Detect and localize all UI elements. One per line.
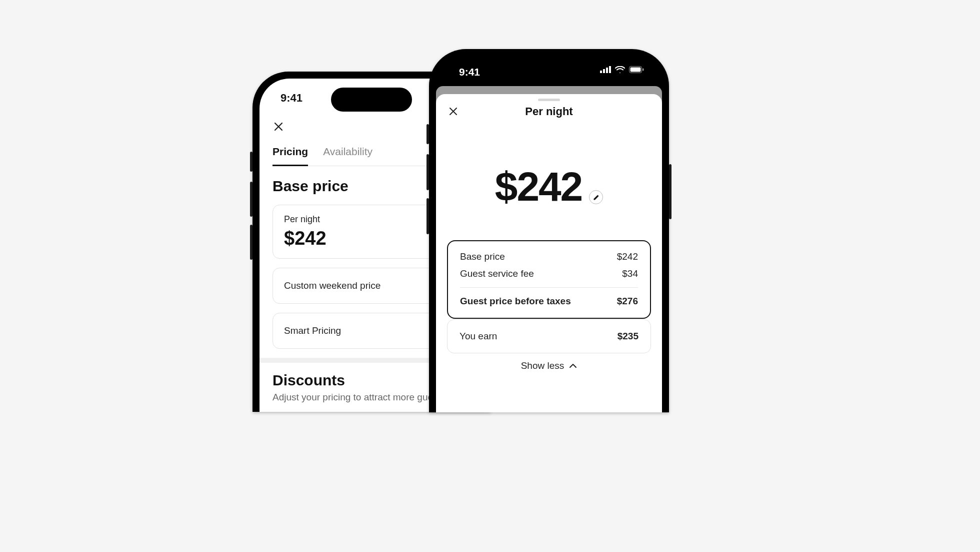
close-button[interactable] (270, 118, 288, 136)
edit-price-button[interactable] (589, 190, 603, 204)
you-earn-label: You earn (460, 331, 497, 342)
wifi-icon (615, 66, 625, 73)
sheet-grabber[interactable] (538, 99, 560, 101)
phone-right: 9:41 Per night $242 (429, 49, 669, 412)
cellular-icon (600, 66, 611, 73)
status-time: 9:41 (280, 92, 302, 105)
show-less-label: Show less (521, 360, 564, 371)
you-earn-card: You earn $235 (447, 319, 651, 353)
divider (460, 287, 638, 288)
svg-rect-2 (606, 68, 608, 73)
big-price: $242 (495, 163, 582, 210)
tab-availability[interactable]: Availability (323, 146, 372, 166)
sheet-title: Per night (436, 105, 662, 118)
guest-price-before-taxes-label: Guest price before taxes (460, 296, 571, 307)
custom-weekend-label: Custom weekend price (284, 280, 380, 291)
phone-right-screen: 9:41 Per night $242 (436, 56, 662, 412)
guest-price-before-taxes-value: $276 (617, 296, 638, 307)
show-less-toggle[interactable]: Show less (436, 360, 662, 371)
base-price-value: $242 (617, 251, 638, 262)
tab-pricing[interactable]: Pricing (272, 146, 308, 166)
guest-service-fee-value: $34 (622, 268, 638, 279)
smart-pricing-label: Smart Pricing (284, 325, 341, 336)
svg-rect-5 (630, 68, 641, 72)
svg-rect-0 (600, 71, 602, 73)
price-breakdown-card: Base price $242 Guest service fee $34 Gu… (447, 240, 651, 319)
svg-rect-1 (603, 69, 605, 73)
base-price-label: Base price (460, 251, 505, 262)
pencil-icon (593, 194, 600, 201)
status-bar: 9:41 (436, 66, 662, 79)
status-time: 9:41 (459, 66, 480, 78)
dynamic-island (331, 88, 412, 112)
close-icon (274, 122, 283, 131)
guest-service-fee-label: Guest service fee (460, 268, 534, 279)
chevron-up-icon (569, 363, 577, 368)
svg-rect-3 (609, 66, 611, 73)
svg-rect-6 (642, 69, 644, 71)
per-night-sheet: Per night $242 Base price $242 Guest ser… (436, 94, 662, 412)
power-button (669, 164, 672, 219)
you-earn-value: $235 (618, 331, 638, 342)
battery-icon (629, 66, 644, 73)
